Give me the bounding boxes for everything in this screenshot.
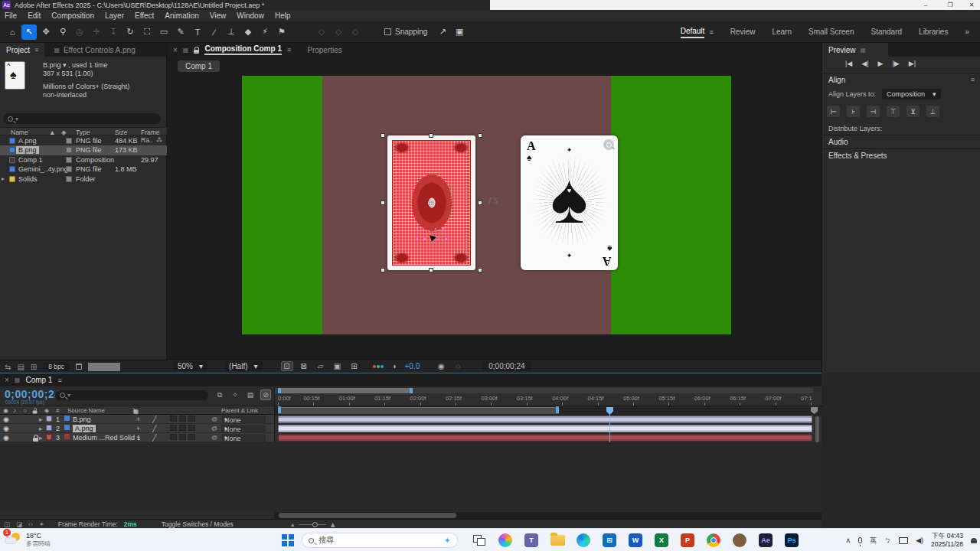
region-of-interest-button[interactable]: ▱	[315, 362, 327, 370]
label-color-icon[interactable]: ◈	[44, 407, 49, 414]
ime-mode-indicator[interactable]: ㄅ	[884, 536, 891, 546]
new-composition-icon[interactable]: ⊞	[31, 363, 37, 371]
eye-icon[interactable]: ◉	[3, 407, 8, 414]
preview-time-value[interactable]: 0;00;00;24	[482, 361, 531, 371]
selection-handle[interactable]	[381, 201, 385, 205]
extra-tool-0[interactable]: ◇	[314, 24, 329, 40]
align-left-button[interactable]: ⊢	[827, 106, 840, 117]
exposure-icon[interactable]: ◑	[388, 362, 400, 370]
powerpoint-icon[interactable]: P	[678, 532, 697, 549]
microphone-icon[interactable]	[858, 537, 862, 543]
show-snapshot-icon[interactable]: ◌	[452, 362, 464, 370]
panel-menu-icon[interactable]: ≡	[971, 76, 975, 83]
workspace-standard[interactable]: Standard	[871, 28, 902, 37]
label-color-swatch[interactable]	[66, 147, 72, 153]
layer-name[interactable]: A.png	[73, 425, 96, 432]
channel-button[interactable]	[373, 365, 384, 368]
col-type[interactable]: Type	[76, 129, 90, 136]
menu-effect[interactable]: Effect	[135, 11, 154, 20]
pick-whip-icon[interactable]: @	[211, 425, 217, 432]
menu-help[interactable]: Help	[275, 11, 291, 20]
clock[interactable]: 下午 04:43 2025/11/28	[931, 532, 963, 548]
menu-layer[interactable]: Layer	[105, 11, 124, 20]
layer-duration-bar-1[interactable]	[278, 416, 812, 423]
last-frame-button[interactable]: ▶|	[909, 60, 916, 67]
expander-icon[interactable]: ▸	[39, 416, 43, 423]
tab-project[interactable]: Project ≡	[0, 43, 44, 57]
volume-icon[interactable]: ◀)	[916, 536, 923, 544]
work-area-bar[interactable]	[278, 407, 559, 414]
tool-eraser[interactable]: ◆	[240, 24, 256, 40]
sort-icon[interactable]: ▲	[49, 129, 55, 136]
snapping-toggle[interactable]: Snapping	[384, 28, 427, 36]
zoom-in-icon[interactable]: ▲	[329, 520, 337, 529]
tool-puppet[interactable]: ⚑	[274, 24, 289, 40]
game-icon[interactable]	[730, 532, 749, 549]
close-button[interactable]: ✕	[962, 0, 980, 10]
menu-edit[interactable]: Edit	[28, 11, 41, 20]
navigator-bar[interactable]	[278, 388, 413, 393]
tool-pen[interactable]: ✎	[173, 24, 188, 40]
snap-option-icon-0[interactable]: ↗	[435, 24, 450, 40]
rasterize-switch-icon[interactable]: ╱	[152, 434, 156, 442]
snapping-checkbox[interactable]	[384, 28, 391, 35]
exposure-value[interactable]: +0.0	[405, 362, 420, 370]
teams-icon[interactable]: T	[522, 532, 541, 549]
graph-editor-icon[interactable]: ◪	[16, 520, 22, 528]
close-tab-icon[interactable]: ×	[5, 376, 9, 384]
align-bottom-button[interactable]: ⊥	[926, 106, 939, 117]
layer-duration-bar-3[interactable]	[278, 434, 812, 442]
workspace-menu-icon[interactable]: ≡	[709, 28, 713, 36]
extra-tool-2[interactable]: ◇	[348, 24, 363, 40]
navigator-handle[interactable]	[410, 388, 413, 393]
switch-box[interactable]	[179, 416, 186, 422]
selection-handle[interactable]	[478, 201, 482, 205]
switch-box[interactable]	[188, 434, 195, 440]
lock-icon[interactable]	[33, 438, 38, 442]
next-frame-button[interactable]: |▶	[892, 60, 899, 67]
project-table-header[interactable]: Name ▲ ◈ Type Size Frame Ra..	[0, 127, 167, 135]
ace-of-spades-layer[interactable]: A ♠ ✦ ♠ ♥ ✦ ♠ A	[521, 135, 618, 270]
anchor-point-icon[interactable]: ⊕	[427, 198, 434, 208]
tool-dolly-camera[interactable]: ↧	[106, 24, 121, 40]
selection-handle[interactable]	[381, 268, 385, 272]
layer-color-swatch[interactable]	[46, 434, 52, 440]
start-button[interactable]	[282, 534, 294, 546]
tab-preview[interactable]: Preview ▦	[822, 43, 888, 57]
layer-row-3[interactable]: ◉▸3Medium ...Red Solid 1+╱@None▾	[0, 433, 274, 442]
word-icon[interactable]: W	[626, 532, 645, 549]
expand-render-icon[interactable]: ◫	[4, 520, 10, 528]
parent-link-dropdown[interactable]: None▾	[221, 425, 266, 432]
workspace-small-screen[interactable]: Small Screen	[808, 28, 854, 37]
switch-box[interactable]	[170, 416, 177, 422]
tab-composition[interactable]: Composition Comp 1	[204, 44, 282, 55]
eye-icon[interactable]: ◉	[3, 425, 9, 432]
timeline-toggle-icon-2[interactable]: ▤	[245, 390, 256, 400]
work-area-end-handle[interactable]	[556, 406, 559, 413]
workspace-libraries[interactable]: Libraries	[919, 28, 948, 37]
quality-switch-icon[interactable]: +	[136, 416, 140, 423]
tool-type[interactable]: T	[190, 24, 205, 40]
quality-switch-icon[interactable]: +	[136, 434, 140, 442]
selection-handle[interactable]	[478, 133, 482, 138]
extra-tool-1[interactable]: ◇	[331, 24, 346, 40]
tool-pan-camera[interactable]: ✛	[89, 24, 104, 40]
first-frame-button[interactable]: |◀	[845, 60, 852, 67]
menu-window[interactable]: Window	[237, 11, 264, 20]
resolution-dropdown[interactable]: (Half) ▾	[224, 361, 262, 371]
brainstorm-icon[interactable]: ✦	[39, 520, 44, 528]
prev-frame-button[interactable]: ◀|	[861, 60, 868, 67]
workspace-learn[interactable]: Learn	[772, 28, 792, 37]
selection-handle[interactable]	[381, 133, 385, 138]
store-icon[interactable]: ⊞	[600, 532, 619, 549]
lock-icon[interactable]	[194, 50, 199, 54]
work-area-start-handle[interactable]	[278, 406, 281, 413]
time-ruler[interactable]: 0:00f00:15f01:00f01:15f02:00f02:15f03:00…	[275, 393, 822, 406]
restore-button[interactable]: ❐	[940, 0, 960, 10]
col-name[interactable]: Name	[11, 129, 28, 136]
align-center-v-button[interactable]: ⊻	[906, 106, 920, 117]
selection-handle[interactable]	[429, 133, 433, 138]
label-color-swatch[interactable]	[66, 157, 72, 163]
effects-presets-panel-header[interactable]: Effects & Presets	[822, 148, 980, 161]
toggle-switches-modes-button[interactable]: Toggle Switches / Modes	[162, 520, 234, 528]
